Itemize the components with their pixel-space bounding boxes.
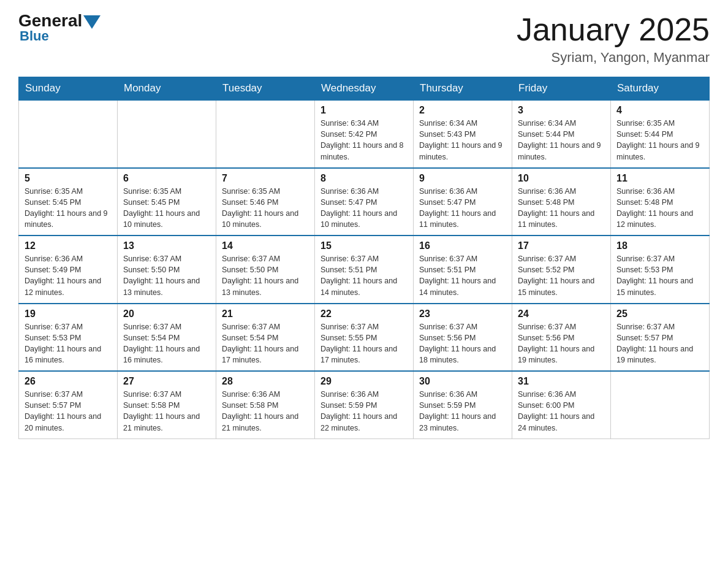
- day-info: Sunrise: 6:37 AM Sunset: 5:51 PM Dayligh…: [419, 253, 506, 298]
- table-row: 16Sunrise: 6:37 AM Sunset: 5:51 PM Dayli…: [414, 236, 512, 304]
- day-number: 19: [25, 308, 112, 320]
- table-row: 17Sunrise: 6:37 AM Sunset: 5:52 PM Dayli…: [512, 236, 611, 304]
- day-number: 31: [518, 376, 605, 387]
- day-info: Sunrise: 6:36 AM Sunset: 5:47 PM Dayligh…: [419, 186, 506, 231]
- day-info: Sunrise: 6:37 AM Sunset: 5:54 PM Dayligh…: [123, 321, 210, 366]
- header-saturday: Saturday: [611, 77, 710, 101]
- day-number: 27: [123, 376, 210, 387]
- day-info: Sunrise: 6:36 AM Sunset: 5:48 PM Dayligh…: [518, 186, 605, 231]
- table-row: 14Sunrise: 6:37 AM Sunset: 5:50 PM Dayli…: [216, 236, 315, 304]
- day-info: Sunrise: 6:35 AM Sunset: 5:44 PM Dayligh…: [616, 118, 703, 163]
- logo-blue-text: Blue: [20, 28, 49, 44]
- day-info: Sunrise: 6:37 AM Sunset: 5:50 PM Dayligh…: [123, 253, 210, 298]
- table-row: 23Sunrise: 6:37 AM Sunset: 5:56 PM Dayli…: [414, 304, 512, 372]
- table-row: 24Sunrise: 6:37 AM Sunset: 5:56 PM Dayli…: [512, 304, 611, 372]
- page-header: General Blue January 2025 Syriam, Yangon…: [18, 12, 710, 66]
- day-info: Sunrise: 6:37 AM Sunset: 5:57 PM Dayligh…: [616, 321, 703, 366]
- day-number: 11: [616, 173, 703, 184]
- day-number: 25: [616, 308, 703, 320]
- day-number: 17: [518, 240, 605, 251]
- day-info: Sunrise: 6:37 AM Sunset: 5:55 PM Dayligh…: [320, 321, 408, 366]
- day-info: Sunrise: 6:37 AM Sunset: 5:51 PM Dayligh…: [320, 253, 408, 298]
- table-row: 29Sunrise: 6:36 AM Sunset: 5:59 PM Dayli…: [315, 371, 414, 439]
- day-number: 6: [123, 173, 210, 184]
- logo-triangle-icon: [83, 15, 100, 29]
- logo: General Blue: [18, 12, 100, 44]
- table-row: 27Sunrise: 6:37 AM Sunset: 5:58 PM Dayli…: [118, 371, 216, 439]
- day-number: 3: [518, 105, 605, 116]
- day-info: Sunrise: 6:37 AM Sunset: 5:57 PM Dayligh…: [25, 389, 112, 434]
- day-number: 22: [320, 308, 408, 320]
- day-number: 26: [25, 376, 112, 387]
- table-row: 3Sunrise: 6:34 AM Sunset: 5:44 PM Daylig…: [512, 100, 611, 168]
- table-row: 5Sunrise: 6:35 AM Sunset: 5:45 PM Daylig…: [19, 168, 118, 236]
- day-info: Sunrise: 6:37 AM Sunset: 5:53 PM Dayligh…: [25, 321, 112, 366]
- day-info: Sunrise: 6:35 AM Sunset: 5:46 PM Dayligh…: [222, 186, 309, 231]
- day-info: Sunrise: 6:35 AM Sunset: 5:45 PM Dayligh…: [25, 186, 112, 231]
- day-info: Sunrise: 6:36 AM Sunset: 5:58 PM Dayligh…: [222, 389, 309, 434]
- calendar-week-row: 12Sunrise: 6:36 AM Sunset: 5:49 PM Dayli…: [19, 236, 710, 304]
- table-row: 25Sunrise: 6:37 AM Sunset: 5:57 PM Dayli…: [611, 304, 710, 372]
- day-number: 12: [25, 240, 112, 251]
- day-info: Sunrise: 6:37 AM Sunset: 5:53 PM Dayligh…: [616, 253, 703, 298]
- day-number: 4: [616, 105, 703, 116]
- header-thursday: Thursday: [414, 77, 512, 101]
- title-block: January 2025 Syriam, Yangon, Myanmar: [517, 12, 710, 66]
- calendar-week-row: 26Sunrise: 6:37 AM Sunset: 5:57 PM Dayli…: [19, 371, 710, 439]
- day-info: Sunrise: 6:37 AM Sunset: 5:56 PM Dayligh…: [518, 321, 605, 366]
- day-info: Sunrise: 6:34 AM Sunset: 5:43 PM Dayligh…: [419, 118, 506, 163]
- day-info: Sunrise: 6:36 AM Sunset: 6:00 PM Dayligh…: [518, 389, 605, 434]
- day-info: Sunrise: 6:37 AM Sunset: 5:52 PM Dayligh…: [518, 253, 605, 298]
- day-number: 2: [419, 105, 506, 116]
- day-number: 13: [123, 240, 210, 251]
- day-info: Sunrise: 6:36 AM Sunset: 5:47 PM Dayligh…: [320, 186, 408, 231]
- day-number: 20: [123, 308, 210, 320]
- table-row: [216, 100, 315, 168]
- day-number: 24: [518, 308, 605, 320]
- table-row: [19, 100, 118, 168]
- day-info: Sunrise: 6:36 AM Sunset: 5:49 PM Dayligh…: [25, 253, 112, 298]
- table-row: 26Sunrise: 6:37 AM Sunset: 5:57 PM Dayli…: [19, 371, 118, 439]
- table-row: 6Sunrise: 6:35 AM Sunset: 5:45 PM Daylig…: [118, 168, 216, 236]
- header-sunday: Sunday: [19, 77, 118, 101]
- day-info: Sunrise: 6:37 AM Sunset: 5:50 PM Dayligh…: [222, 253, 309, 298]
- table-row: 8Sunrise: 6:36 AM Sunset: 5:47 PM Daylig…: [315, 168, 414, 236]
- calendar-week-row: 1Sunrise: 6:34 AM Sunset: 5:42 PM Daylig…: [19, 100, 710, 168]
- day-number: 14: [222, 240, 309, 251]
- day-info: Sunrise: 6:36 AM Sunset: 5:59 PM Dayligh…: [320, 389, 408, 434]
- table-row: 18Sunrise: 6:37 AM Sunset: 5:53 PM Dayli…: [611, 236, 710, 304]
- table-row: 4Sunrise: 6:35 AM Sunset: 5:44 PM Daylig…: [611, 100, 710, 168]
- header-tuesday: Tuesday: [216, 77, 315, 101]
- calendar-week-row: 5Sunrise: 6:35 AM Sunset: 5:45 PM Daylig…: [19, 168, 710, 236]
- table-row: [118, 100, 216, 168]
- table-row: 11Sunrise: 6:36 AM Sunset: 5:48 PM Dayli…: [611, 168, 710, 236]
- table-row: 2Sunrise: 6:34 AM Sunset: 5:43 PM Daylig…: [414, 100, 512, 168]
- header-friday: Friday: [512, 77, 611, 101]
- day-number: 16: [419, 240, 506, 251]
- day-info: Sunrise: 6:34 AM Sunset: 5:44 PM Dayligh…: [518, 118, 605, 163]
- day-number: 29: [320, 376, 408, 387]
- day-info: Sunrise: 6:37 AM Sunset: 5:58 PM Dayligh…: [123, 389, 210, 434]
- table-row: 28Sunrise: 6:36 AM Sunset: 5:58 PM Dayli…: [216, 371, 315, 439]
- day-info: Sunrise: 6:36 AM Sunset: 5:48 PM Dayligh…: [616, 186, 703, 231]
- table-row: 10Sunrise: 6:36 AM Sunset: 5:48 PM Dayli…: [512, 168, 611, 236]
- calendar-header-row: Sunday Monday Tuesday Wednesday Thursday…: [19, 77, 710, 101]
- day-number: 8: [320, 173, 408, 184]
- table-row: 30Sunrise: 6:36 AM Sunset: 5:59 PM Dayli…: [414, 371, 512, 439]
- table-row: 1Sunrise: 6:34 AM Sunset: 5:42 PM Daylig…: [315, 100, 414, 168]
- table-row: 12Sunrise: 6:36 AM Sunset: 5:49 PM Dayli…: [19, 236, 118, 304]
- month-year-title: January 2025: [517, 12, 710, 47]
- day-number: 15: [320, 240, 408, 251]
- day-number: 23: [419, 308, 506, 320]
- header-monday: Monday: [118, 77, 216, 101]
- day-info: Sunrise: 6:36 AM Sunset: 5:59 PM Dayligh…: [419, 389, 506, 434]
- table-row: 21Sunrise: 6:37 AM Sunset: 5:54 PM Dayli…: [216, 304, 315, 372]
- table-row: 15Sunrise: 6:37 AM Sunset: 5:51 PM Dayli…: [315, 236, 414, 304]
- day-info: Sunrise: 6:37 AM Sunset: 5:56 PM Dayligh…: [419, 321, 506, 366]
- table-row: 31Sunrise: 6:36 AM Sunset: 6:00 PM Dayli…: [512, 371, 611, 439]
- table-row: 13Sunrise: 6:37 AM Sunset: 5:50 PM Dayli…: [118, 236, 216, 304]
- day-number: 10: [518, 173, 605, 184]
- day-number: 18: [616, 240, 703, 251]
- day-number: 28: [222, 376, 309, 387]
- day-number: 5: [25, 173, 112, 184]
